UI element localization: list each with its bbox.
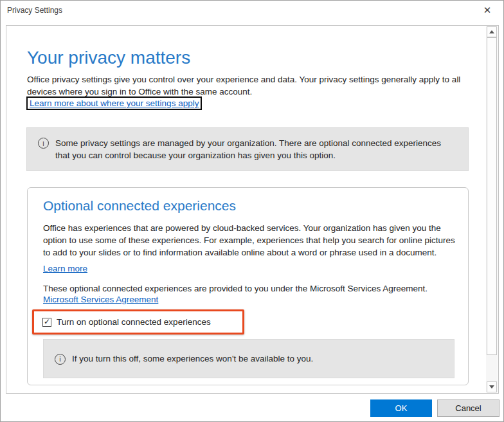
privacy-settings-dialog: Privacy Settings ✕ Your privacy matters … xyxy=(0,0,504,422)
window-title: Privacy Settings xyxy=(1,6,62,15)
section-description: Office has experiences that are powered … xyxy=(43,222,455,259)
close-button[interactable]: ✕ xyxy=(475,1,500,20)
scroll-up-icon xyxy=(489,30,494,33)
warning-text: If you turn this off, some experiences w… xyxy=(72,353,313,365)
page-title: Your privacy matters xyxy=(27,48,190,68)
cancel-button[interactable]: Cancel xyxy=(437,399,500,417)
scrollbar-thumb[interactable] xyxy=(487,37,497,355)
close-icon: ✕ xyxy=(483,5,492,16)
org-notice-box: i Some privacy settings are managed by y… xyxy=(26,127,469,171)
org-notice-text: Some privacy settings are managed by you… xyxy=(55,137,442,170)
warning-box: i If you turn this off, some experiences… xyxy=(43,339,455,378)
ok-button[interactable]: OK xyxy=(370,399,432,417)
scroll-down-icon xyxy=(489,385,494,389)
settings-apply-link[interactable]: Learn more about where your settings app… xyxy=(26,96,202,110)
highlight-annotation-rect: ✓ Turn on optional connected experiences xyxy=(32,309,244,335)
learn-more-link[interactable]: Learn more xyxy=(43,264,87,273)
vertical-scrollbar[interactable] xyxy=(486,26,498,392)
info-icon: i xyxy=(55,354,66,365)
checkbox-label[interactable]: Turn on optional connected experiences xyxy=(57,317,211,327)
scroll-up-button[interactable] xyxy=(487,26,497,37)
agreement-text: These optional connected experiences are… xyxy=(43,282,455,295)
intro-text: Office privacy settings give you control… xyxy=(27,73,473,98)
optional-experiences-card: Optional connected experiences Office ha… xyxy=(27,187,469,385)
info-icon: i xyxy=(38,138,49,149)
optional-experiences-checkbox[interactable]: ✓ xyxy=(42,318,51,327)
agreement-link[interactable]: Microsoft Services Agreement xyxy=(43,295,158,304)
content-panel: Your privacy matters Office privacy sett… xyxy=(6,25,499,394)
checkmark-icon: ✓ xyxy=(44,318,50,326)
titlebar: Privacy Settings ✕ xyxy=(1,1,503,20)
scroll-down-button[interactable] xyxy=(487,381,497,392)
section-title: Optional connected experiences xyxy=(43,198,236,214)
